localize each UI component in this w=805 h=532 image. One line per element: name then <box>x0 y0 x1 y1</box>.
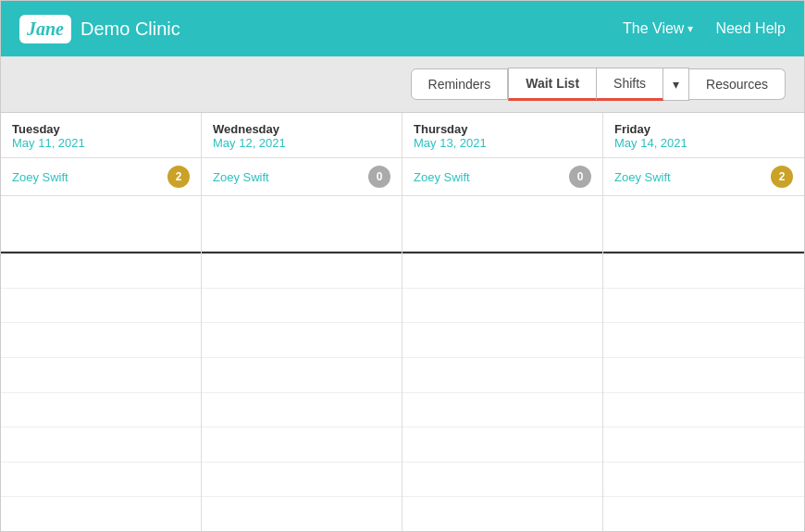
cal-header-0: TuesdayMay 11, 2021 <box>1 113 201 158</box>
calendar-column-0: TuesdayMay 11, 2021Zoey Swift2 <box>1 113 202 531</box>
reminders-button[interactable]: Reminders <box>411 68 509 100</box>
time-row[interactable] <box>202 497 402 531</box>
time-row[interactable] <box>603 323 804 358</box>
appointment-count-badge[interactable]: 0 <box>569 166 591 188</box>
cal-header-1: WednesdayMay 12, 2021 <box>202 113 402 158</box>
calendar-day-name: Thursday <box>414 122 591 136</box>
chevron-down-icon: ▾ <box>687 22 693 35</box>
time-row[interactable] <box>402 358 602 393</box>
time-row[interactable] <box>202 358 402 393</box>
calendar-day-name: Friday <box>614 122 793 136</box>
practitioner-name[interactable]: Zoey Swift <box>12 170 68 184</box>
cal-empty-block-top <box>202 196 402 252</box>
time-row[interactable] <box>202 463 402 498</box>
time-row[interactable] <box>603 497 804 531</box>
time-row[interactable] <box>603 289 804 324</box>
time-row[interactable] <box>402 497 602 531</box>
logo-text: Jane <box>27 19 64 40</box>
appointment-count-badge[interactable]: 2 <box>771 166 793 188</box>
cal-empty-block-top <box>1 196 201 252</box>
practitioner-row: Zoey Swift0 <box>202 158 402 196</box>
time-row[interactable] <box>402 427 602 463</box>
time-rows <box>202 254 402 531</box>
main-screen: Jane Demo Clinic The View ▾ Need Help Re… <box>0 0 805 532</box>
clinic-name: Demo Clinic <box>80 19 180 40</box>
waitlist-button[interactable]: Wait List <box>508 68 597 101</box>
time-row[interactable] <box>202 254 402 289</box>
shifts-button[interactable]: Shifts <box>597 68 663 101</box>
calendar-column-2: ThursdayMay 13, 2021Zoey Swift0 <box>402 113 603 531</box>
calendar-day-name: Tuesday <box>12 122 190 136</box>
time-row[interactable] <box>1 393 201 428</box>
time-rows <box>603 254 804 531</box>
time-row[interactable] <box>1 497 201 531</box>
time-row[interactable] <box>402 254 602 289</box>
time-row[interactable] <box>202 393 402 428</box>
time-row[interactable] <box>402 393 602 428</box>
time-row[interactable] <box>1 254 201 289</box>
practitioner-name[interactable]: Zoey Swift <box>614 170 671 184</box>
calendar-date: May 12, 2021 <box>213 136 390 150</box>
time-rows <box>402 254 602 531</box>
practitioner-name[interactable]: Zoey Swift <box>213 170 269 184</box>
calendar-date: May 11, 2021 <box>12 136 190 150</box>
practitioner-name[interactable]: Zoey Swift <box>414 170 470 184</box>
cal-header-3: FridayMay 14, 2021 <box>603 113 804 158</box>
appointment-count-badge[interactable]: 0 <box>368 166 390 188</box>
time-row[interactable] <box>402 323 602 358</box>
time-row[interactable] <box>202 323 402 358</box>
time-row[interactable] <box>202 427 402 463</box>
time-row[interactable] <box>1 463 201 498</box>
practitioner-row: Zoey Swift2 <box>603 158 804 196</box>
shifts-dropdown-button[interactable]: ▾ <box>663 68 689 101</box>
shifts-group: Shifts ▾ <box>597 68 689 101</box>
resources-button[interactable]: Resources <box>689 68 786 100</box>
app-header: Jane Demo Clinic The View ▾ Need Help <box>1 1 804 56</box>
need-help-label: Need Help <box>715 20 786 37</box>
time-row[interactable] <box>402 289 602 324</box>
appointment-count-badge[interactable]: 2 <box>167 166 190 188</box>
calendar-date: May 13, 2021 <box>414 136 591 150</box>
practitioner-row: Zoey Swift2 <box>1 158 201 196</box>
time-row[interactable] <box>402 463 602 498</box>
calendar-column-3: FridayMay 14, 2021Zoey Swift2 <box>603 113 804 531</box>
time-row[interactable] <box>202 289 402 324</box>
time-row[interactable] <box>1 427 201 463</box>
toolbar: Reminders Wait List Shifts ▾ Resources <box>1 56 804 113</box>
time-row[interactable] <box>603 254 804 289</box>
time-row[interactable] <box>1 358 201 393</box>
time-row[interactable] <box>603 393 804 428</box>
header-left: Jane Demo Clinic <box>19 15 180 43</box>
cal-empty-block-top <box>603 196 804 252</box>
time-row[interactable] <box>1 323 201 358</box>
cal-header-2: ThursdayMay 13, 2021 <box>402 113 602 158</box>
time-row[interactable] <box>1 289 201 324</box>
calendar-day-name: Wednesday <box>213 122 390 136</box>
time-row[interactable] <box>603 358 804 393</box>
calendar-grid: TuesdayMay 11, 2021Zoey Swift2WednesdayM… <box>1 113 804 531</box>
the-view-nav[interactable]: The View ▾ <box>623 20 693 37</box>
the-view-label: The View <box>623 20 684 37</box>
logo[interactable]: Jane <box>19 15 71 43</box>
need-help-nav[interactable]: Need Help <box>715 20 786 37</box>
time-row[interactable] <box>603 427 804 463</box>
time-rows <box>1 254 201 531</box>
time-row[interactable] <box>603 463 804 498</box>
calendar-column-1: WednesdayMay 12, 2021Zoey Swift0 <box>202 113 402 531</box>
practitioner-row: Zoey Swift0 <box>402 158 602 196</box>
header-right: The View ▾ Need Help <box>623 20 786 37</box>
cal-empty-block-top <box>402 196 602 252</box>
calendar-date: May 14, 2021 <box>614 136 793 150</box>
